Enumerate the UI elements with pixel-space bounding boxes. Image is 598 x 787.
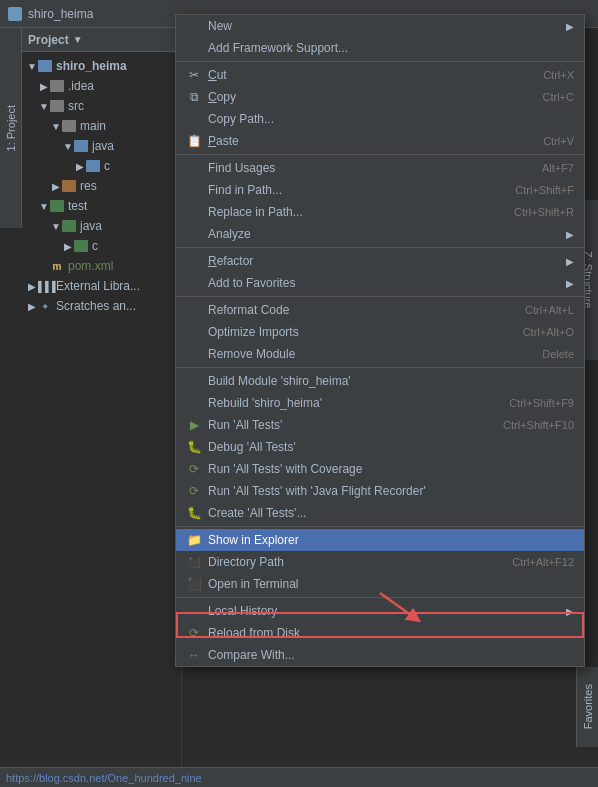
menu-item-copy-path[interactable]: Copy Path... [176,108,584,130]
folder-icon [74,240,88,252]
tree-item-scratches[interactable]: ▶ ✦ Scratches an... [22,296,181,316]
menu-separator-3 [176,247,584,248]
menu-shortcut-copy: Ctrl+C [543,91,574,103]
folder-icon [38,60,52,72]
menu-shortcut-run-all-tests: Ctrl+Shift+F10 [503,419,574,431]
menu-icon-run-flight: ⟳ [186,484,202,498]
menu-item-add-to-favorites[interactable]: Add to Favorites ▶ [176,272,584,294]
menu-item-remove-module[interactable]: Remove Module Delete [176,343,584,365]
menu-label-find-in-path: Find in Path... [208,183,515,197]
top-bar-title: shiro_heima [28,7,93,21]
menu-separator-4 [176,296,584,297]
menu-item-paste[interactable]: 📋 Paste Ctrl+V [176,130,584,152]
menu-item-analyze[interactable]: Analyze ▶ [176,223,584,245]
tree-label: shiro_heima [56,59,127,73]
tree-item-idea[interactable]: ▶ .idea [22,76,181,96]
menu-separator-6 [176,526,584,527]
menu-shortcut-find-in-path: Ctrl+Shift+F [515,184,574,196]
menu-item-compare-with[interactable]: ↔ Compare With... [176,644,584,666]
project-header: Project ▼ [22,28,181,52]
menu-item-cut[interactable]: ✂ Cut Ctrl+X [176,64,584,86]
tree-arrow: ▶ [62,241,74,252]
tree-item-java[interactable]: ▼ java [22,136,181,156]
menu-icon-debug-all-tests: 🐛 [186,440,202,454]
tree-label: src [68,99,84,113]
tree-arrow: ▼ [50,121,62,132]
tree-arrow: ▶ [74,161,86,172]
menu-label-create-all-tests: Create 'All Tests'... [208,506,574,520]
menu-item-rebuild-module[interactable]: Rebuild 'shiro_heima' Ctrl+Shift+F9 [176,392,584,414]
tree-arrow: ▼ [38,101,50,112]
tree-item-test-c[interactable]: ▶ c [22,236,181,256]
menu-item-directory-path[interactable]: ⬛ Directory Path Ctrl+Alt+F12 [176,551,584,573]
menu-arrow-add-to-favorites: ▶ [566,278,574,289]
menu-shortcut-reformat-code: Ctrl+Alt+L [525,304,574,316]
tree-item-pom[interactable]: m pom.xml [22,256,181,276]
tree-label: Scratches an... [56,299,136,313]
tree-item-main[interactable]: ▼ main [22,116,181,136]
menu-item-replace-in-path[interactable]: Replace in Path... Ctrl+Shift+R [176,201,584,223]
tree-item-root[interactable]: ▼ shiro_heima [22,56,181,76]
menu-item-run-coverage[interactable]: ⟳ Run 'All Tests' with Coverage [176,458,584,480]
menu-item-optimize-imports[interactable]: Optimize Imports Ctrl+Alt+O [176,321,584,343]
menu-item-run-all-tests[interactable]: ▶ Run 'All Tests' Ctrl+Shift+F10 [176,414,584,436]
folder-icon [50,200,64,212]
folder-icon [50,80,64,92]
menu-icon-copy: ⧉ [186,90,202,104]
folder-icon [62,220,76,232]
project-dropdown-arrow[interactable]: ▼ [73,34,83,45]
bottom-url-bar: https://blog.csdn.net/One_hundred_nine [0,767,598,787]
menu-item-reformat-code[interactable]: Reformat Code Ctrl+Alt+L [176,299,584,321]
menu-label-debug-all-tests: Debug 'All Tests' [208,440,574,454]
tree-label: c [92,239,98,253]
menu-separator-2 [176,154,584,155]
menu-item-refactor[interactable]: Refactor ▶ [176,250,584,272]
tree-item-test[interactable]: ▼ test [22,196,181,216]
tree-item-resources[interactable]: ▶ res [22,176,181,196]
menu-item-show-in-explorer[interactable]: 📁 Show in Explorer [176,529,584,551]
menu-item-new[interactable]: New ▶ [176,15,584,37]
menu-item-add-framework[interactable]: Add Framework Support... [176,37,584,59]
folder-icon [62,120,76,132]
tree-label: test [68,199,87,213]
favorites-tab[interactable]: Favorites [576,667,598,747]
menu-label-optimize-imports: Optimize Imports [208,325,523,339]
menu-label-rebuild-module: Rebuild 'shiro_heima' [208,396,509,410]
menu-shortcut-optimize-imports: Ctrl+Alt+O [523,326,574,338]
tree-label: External Libra... [56,279,140,293]
menu-label-reload-from-disk: Reload from Disk [208,626,574,640]
menu-label-compare-with: Compare With... [208,648,574,662]
menu-item-find-in-path[interactable]: Find in Path... Ctrl+Shift+F [176,179,584,201]
context-menu: New ▶ Add Framework Support... ✂ Cut Ctr… [175,14,585,667]
tree-label: java [92,139,114,153]
menu-item-run-flight[interactable]: ⟳ Run 'All Tests' with 'Java Flight Reco… [176,480,584,502]
menu-shortcut-replace-in-path: Ctrl+Shift+R [514,206,574,218]
tree-item-external-libs[interactable]: ▶ ▐▐▐ External Libra... [22,276,181,296]
tree-arrow: ▶ [26,301,38,312]
menu-item-find-usages[interactable]: Find Usages Alt+F7 [176,157,584,179]
tree-item-src[interactable]: ▼ src [22,96,181,116]
library-icon: ▐▐▐ [38,279,52,293]
tree-arrow: ▶ [38,81,50,92]
tree-item-c1[interactable]: ▶ c [22,156,181,176]
tree-area: ▼ shiro_heima ▶ .idea ▼ src ▼ main ▼ [22,52,181,320]
sidebar-tab-label: 1: Project [5,105,17,151]
menu-item-copy[interactable]: ⧉ Copy Ctrl+C [176,86,584,108]
tree-label: .idea [68,79,94,93]
menu-icon-reload-from-disk: ⟳ [186,626,202,640]
sidebar-tab-project[interactable]: 1: Project [0,28,22,228]
tree-arrow: ▼ [26,61,38,72]
tree-item-test-java[interactable]: ▼ java [22,216,181,236]
tree-label: java [80,219,102,233]
menu-item-create-all-tests[interactable]: 🐛 Create 'All Tests'... [176,502,584,524]
menu-label-find-usages: Find Usages [208,161,542,175]
menu-icon-open-terminal: ⬛ [186,577,202,591]
menu-label-run-all-tests: Run 'All Tests' [208,418,503,432]
menu-item-build-module[interactable]: Build Module 'shiro_heima' [176,370,584,392]
menu-arrow-analyze: ▶ [566,229,574,240]
menu-separator-1 [176,61,584,62]
menu-icon-show-in-explorer: 📁 [186,533,202,547]
menu-shortcut-rebuild-module: Ctrl+Shift+F9 [509,397,574,409]
menu-item-debug-all-tests[interactable]: 🐛 Debug 'All Tests' [176,436,584,458]
scratch-icon: ✦ [38,299,52,313]
